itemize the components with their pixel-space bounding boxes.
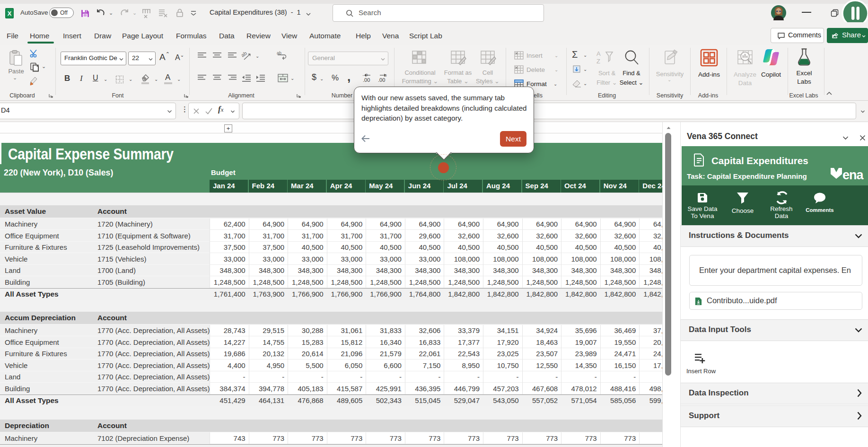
svg-text:.00: .00 bbox=[363, 77, 370, 83]
svg-text:A: A bbox=[596, 50, 601, 57]
svg-text:0: 0 bbox=[385, 73, 387, 78]
svg-text:ena: ena bbox=[842, 168, 864, 182]
svg-text:Z: Z bbox=[596, 58, 600, 65]
svg-text:X: X bbox=[8, 10, 12, 17]
svg-text:.00: .00 bbox=[378, 77, 385, 83]
svg-text:←0: ←0 bbox=[362, 73, 368, 77]
